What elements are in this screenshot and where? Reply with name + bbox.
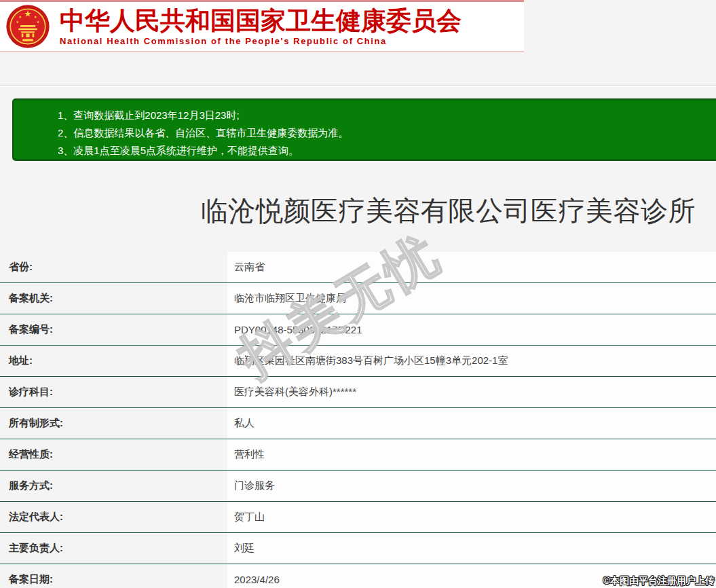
field-value: 刘廷 (227, 533, 716, 564)
uploaded-by-user-badge: ©本图由平台注册用户上传 (603, 575, 715, 587)
field-label: 主要负责人: (0, 533, 227, 564)
field-label: 诊疗科目: (0, 377, 227, 407)
field-label: 备案日期: (0, 564, 227, 588)
notice-line-3: 3、凌晨1点至凌晨5点系统进行维护，不能提供查询。 (58, 142, 706, 160)
notice-line-1: 1、查询数据截止到2023年12月3日23时; (58, 107, 706, 124)
field-value: 临翔区菜园社区南塘街383号百树广场小区15幢3单元202-1室 (227, 346, 716, 376)
table-row: 备案编号:PDY00148-553090217D221 (0, 314, 716, 346)
field-value: 医疗美容科(美容外科)****** (227, 377, 716, 407)
banner-text: 中华人民共和国国家卫生健康委员会 National Health Commiss… (60, 7, 461, 46)
banner-title-chinese: 中华人民共和国国家卫生健康委员会 (60, 7, 461, 35)
table-row: 省份:云南省 (0, 252, 716, 283)
table-row: 地址:临翔区菜园社区南塘街383号百树广场小区15幢3单元202-1室 (0, 346, 716, 377)
table-row: 诊疗科目:医疗美容科(美容外科)****** (0, 377, 716, 408)
table-row: 主要负责人:刘廷 (0, 533, 716, 564)
field-label: 备案机关: (0, 283, 227, 314)
field-label: 经营性质: (0, 439, 227, 470)
field-value: 营利性 (227, 439, 716, 470)
banner-title-english: National Health Commission of the People… (60, 36, 461, 46)
field-label: 所有制形式: (0, 408, 227, 439)
notice-line-2: 2、信息数据结果以各省、自治区、直辖市卫生健康委数据为准。 (58, 124, 706, 142)
table-row: 服务方式:门诊服务 (0, 471, 716, 502)
record-table: 省份:云南省备案机关:临沧市临翔区卫生健康局备案编号:PDY00148-5530… (0, 252, 716, 588)
field-label: 法定代表人: (0, 502, 227, 532)
table-row: 法定代表人:贺丁山 (0, 502, 716, 533)
header-divider-rule (0, 85, 716, 87)
field-label: 省份: (0, 252, 227, 282)
table-row: 所有制形式:私人 (0, 408, 716, 439)
field-label: 备案编号: (0, 314, 227, 345)
field-value: 贺丁山 (227, 502, 716, 532)
prc-national-emblem-icon (5, 3, 50, 50)
field-value: 临沧市临翔区卫生健康局 (227, 283, 716, 314)
institution-name-title: 临沧悦颜医疗美容有限公司医疗美容诊所 (201, 192, 696, 229)
table-row: 备案机关:临沧市临翔区卫生健康局 (0, 283, 716, 314)
table-row: 经营性质:营利性 (0, 439, 716, 471)
field-value: 云南省 (227, 252, 716, 282)
field-value: 私人 (227, 408, 716, 439)
field-label: 地址: (0, 346, 227, 376)
site-header-banner: 中华人民共和国国家卫生健康委员会 National Health Commiss… (0, 0, 524, 52)
field-value: PDY00148-553090217D221 (227, 314, 716, 345)
query-result-page: 中华人民共和国国家卫生健康委员会 National Health Commiss… (0, 0, 716, 588)
query-notice-box: 1、查询数据截止到2023年12月3日23时; 2、信息数据结果以各省、自治区、… (12, 98, 716, 161)
field-value: 门诊服务 (227, 471, 716, 501)
field-label: 服务方式: (0, 471, 227, 501)
